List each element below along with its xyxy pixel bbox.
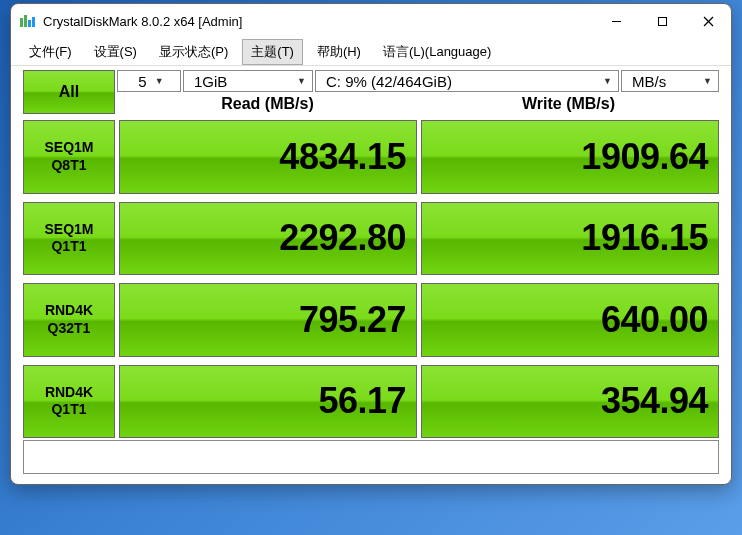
menu-file[interactable]: 文件(F) <box>21 40 80 64</box>
result-row: SEQ1M Q1T1 2292.80 1916.15 <box>23 202 719 276</box>
read-value: 4834.15 <box>119 120 417 194</box>
test-label-line2: Q1T1 <box>51 238 86 256</box>
menubar: 文件(F) 设置(S) 显示状态(P) 主题(T) 帮助(H) 语言(L)(La… <box>11 38 731 66</box>
write-value: 1909.64 <box>421 120 719 194</box>
unit-value: MB/s <box>632 73 666 90</box>
chevron-down-icon: ▼ <box>603 76 612 86</box>
test-count-select[interactable]: 5 ▼ <box>117 70 181 92</box>
test-button-rnd4k-q32t1[interactable]: RND4K Q32T1 <box>23 283 115 357</box>
menu-settings[interactable]: 设置(S) <box>86 40 145 64</box>
read-value: 2292.80 <box>119 202 417 276</box>
selectors: 5 ▼ 1GiB ▼ C: 9% (42/464GiB) ▼ MB/s ▼ <box>117 70 719 114</box>
svg-rect-3 <box>32 17 35 27</box>
test-size-select[interactable]: 1GiB ▼ <box>183 70 313 92</box>
app-icon <box>19 12 37 30</box>
maximize-button[interactable] <box>639 4 685 38</box>
results-grid: SEQ1M Q8T1 4834.15 1909.64 SEQ1M Q1T1 22… <box>23 114 719 438</box>
svg-rect-1 <box>24 15 27 27</box>
close-button[interactable] <box>685 4 731 38</box>
write-header: Write (MB/s) <box>418 92 719 114</box>
test-label-line1: SEQ1M <box>44 139 93 157</box>
write-value: 354.94 <box>421 365 719 439</box>
titlebar[interactable]: CrystalDiskMark 8.0.2 x64 [Admin] <box>11 4 731 38</box>
write-value: 640.00 <box>421 283 719 357</box>
window-title: CrystalDiskMark 8.0.2 x64 [Admin] <box>43 14 593 29</box>
read-value: 795.27 <box>119 283 417 357</box>
test-label-line2: Q8T1 <box>51 157 86 175</box>
test-count-value: 5 <box>138 73 146 90</box>
test-button-rnd4k-q1t1[interactable]: RND4K Q1T1 <box>23 365 115 439</box>
minimize-button[interactable] <box>593 4 639 38</box>
test-label-line2: Q1T1 <box>51 401 86 419</box>
menu-status[interactable]: 显示状态(P) <box>151 40 236 64</box>
minimize-icon <box>611 16 622 27</box>
window-controls <box>593 4 731 38</box>
svg-rect-5 <box>658 17 666 25</box>
menu-language[interactable]: 语言(L)(Language) <box>375 40 499 64</box>
chevron-down-icon: ▼ <box>297 76 306 86</box>
unit-select[interactable]: MB/s ▼ <box>621 70 719 92</box>
chevron-down-icon: ▼ <box>155 76 164 86</box>
chevron-down-icon: ▼ <box>703 76 712 86</box>
run-all-button[interactable]: All <box>23 70 115 114</box>
drive-select[interactable]: C: 9% (42/464GiB) ▼ <box>315 70 619 92</box>
read-header: Read (MB/s) <box>117 92 418 114</box>
menu-help[interactable]: 帮助(H) <box>309 40 369 64</box>
result-row: RND4K Q1T1 56.17 354.94 <box>23 365 719 439</box>
comment-input[interactable] <box>23 440 719 474</box>
menu-theme[interactable]: 主题(T) <box>242 39 303 65</box>
app-window: CrystalDiskMark 8.0.2 x64 [Admin] 文件(F) … <box>10 3 732 485</box>
test-button-seq1m-q1t1[interactable]: SEQ1M Q1T1 <box>23 202 115 276</box>
test-size-value: 1GiB <box>194 73 227 90</box>
test-label-line2: Q32T1 <box>48 320 91 338</box>
result-row: RND4K Q32T1 795.27 640.00 <box>23 283 719 357</box>
result-row: SEQ1M Q8T1 4834.15 1909.64 <box>23 120 719 194</box>
svg-rect-0 <box>20 18 23 27</box>
close-icon <box>703 16 714 27</box>
test-button-seq1m-q8t1[interactable]: SEQ1M Q8T1 <box>23 120 115 194</box>
read-value: 56.17 <box>119 365 417 439</box>
top-controls-row: All 5 ▼ 1GiB ▼ C: 9% (42/464GiB) ▼ <box>23 70 719 114</box>
write-value: 1916.15 <box>421 202 719 276</box>
svg-rect-2 <box>28 20 31 27</box>
drive-value: C: 9% (42/464GiB) <box>326 73 452 90</box>
maximize-icon <box>657 16 668 27</box>
test-label-line1: RND4K <box>45 384 93 402</box>
benchmark-area: All 5 ▼ 1GiB ▼ C: 9% (42/464GiB) ▼ <box>11 66 731 484</box>
test-label-line1: SEQ1M <box>44 221 93 239</box>
test-label-line1: RND4K <box>45 302 93 320</box>
